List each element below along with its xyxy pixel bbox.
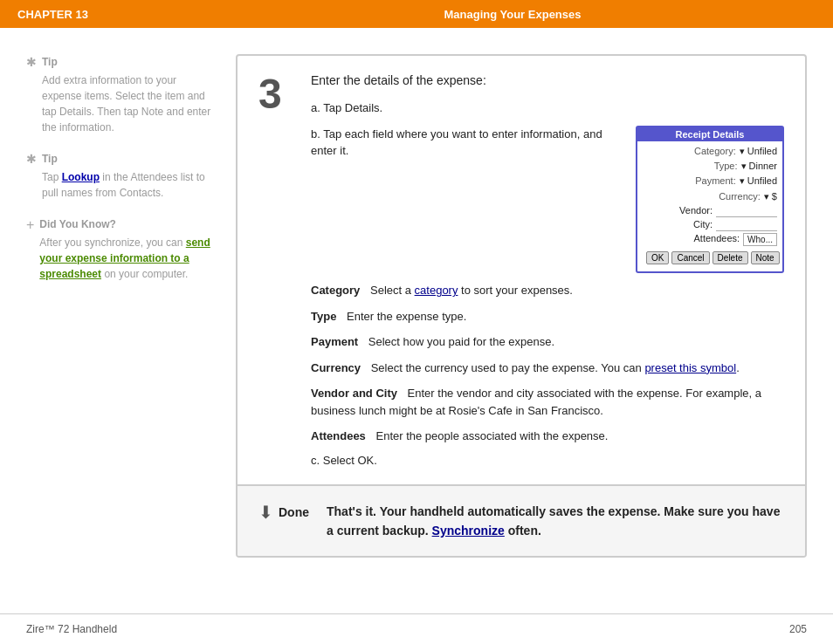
receipt-details-dialog: Receipt Details Category: ▾ Unfiled Type… bbox=[636, 126, 784, 274]
done-text-after: often. bbox=[505, 524, 541, 538]
tip2-label: Tip bbox=[42, 151, 218, 167]
currency-detail-pre: Select the currency used to pay the expe… bbox=[371, 361, 645, 374]
cancel-button[interactable]: Cancel bbox=[671, 251, 709, 264]
currency-field-name: Currency bbox=[311, 361, 361, 374]
payment-value: ▾ Unfiled bbox=[740, 175, 777, 188]
attendees-who[interactable]: Who... bbox=[743, 233, 777, 246]
city-label: City: bbox=[693, 219, 713, 231]
currency-detail-post: . bbox=[736, 361, 740, 374]
currency-value: ▾ $ bbox=[764, 190, 777, 203]
category-label: Category: bbox=[694, 145, 736, 158]
city-input[interactable] bbox=[716, 219, 777, 231]
sidebar-tip1: ✱ Tip Add extra information to your expe… bbox=[26, 54, 218, 135]
main-instruction-box: 3 Enter the details of the expense: a. T… bbox=[236, 54, 807, 558]
type-value: ▾ Dinner bbox=[741, 160, 777, 173]
footer: Zire™ 72 Handheld 205 bbox=[0, 613, 833, 644]
step-number: 3 bbox=[258, 73, 293, 115]
step-3-section: 3 Enter the details of the expense: a. T… bbox=[238, 56, 805, 486]
vendor-city-detail: Vendor and City Enter the vendor and cit… bbox=[311, 385, 784, 419]
done-text: That's it. Your handheld automatically s… bbox=[327, 502, 784, 541]
step-header: 3 Enter the details of the expense: a. T… bbox=[258, 73, 784, 467]
type-label: Type: bbox=[714, 160, 738, 173]
attendees-detail: Attendees Enter the people associated wi… bbox=[311, 428, 784, 445]
tip2-pre: Tap bbox=[42, 171, 62, 183]
step-sub-a: a. Tap Details. bbox=[311, 99, 784, 117]
receipt-vendor-row: Vendor: bbox=[643, 205, 777, 217]
category-value: ▾ Unfiled bbox=[740, 145, 777, 158]
did-you-know-label: Did You Know? bbox=[39, 216, 218, 232]
currency-detail: Currency Select the currency used to pay… bbox=[311, 360, 784, 377]
done-label: Done bbox=[279, 505, 309, 519]
header-bar: CHAPTER 13 Managing Your Expenses bbox=[0, 0, 833, 28]
category-link[interactable]: category bbox=[415, 284, 458, 297]
category-detail: Category Select a category to sort your … bbox=[311, 282, 784, 299]
step-content: Enter the details of the expense: a. Tap… bbox=[311, 73, 784, 467]
attendees-text: Enter the people associated with the exp… bbox=[375, 429, 608, 442]
dyk-post: on your computer. bbox=[101, 268, 188, 280]
done-section: ⬇ Done That's it. Your handheld automati… bbox=[238, 486, 805, 557]
sidebar-did-you-know: + Did You Know? After you synchronize, y… bbox=[26, 216, 218, 282]
tip1-label: Tip bbox=[42, 54, 218, 70]
footer-page: 205 bbox=[789, 623, 807, 635]
category-field-name: Category bbox=[311, 284, 360, 297]
payment-detail: Payment Select how you paid for the expe… bbox=[311, 333, 784, 351]
currency-label: Currency: bbox=[719, 190, 761, 203]
receipt-type-row: Type: ▾ Dinner bbox=[643, 160, 777, 173]
type-detail: Type Enter the expense type. bbox=[311, 308, 784, 325]
sidebar-tip2: ✱ Tip Tap Lookup in the Attendees list t… bbox=[26, 151, 218, 201]
plus-icon: + bbox=[26, 217, 34, 233]
receipt-title: Receipt Details bbox=[637, 127, 782, 141]
vendor-label: Vendor: bbox=[679, 205, 713, 217]
payment-label: Payment: bbox=[695, 175, 735, 188]
vendor-city-field-name: Vendor and City bbox=[311, 387, 397, 400]
type-field-name: Type bbox=[311, 310, 336, 323]
step-intro: Enter the details of the expense: bbox=[311, 73, 784, 87]
lookup-link[interactable]: Lookup bbox=[62, 171, 100, 183]
receipt-body: Category: ▾ Unfiled Type: ▾ Dinner Payme… bbox=[637, 141, 782, 272]
synchronize-link[interactable]: Synchronize bbox=[432, 524, 505, 538]
attendees-field-name: Attendees bbox=[311, 429, 366, 442]
step-sub-b-area: b. Tap each field where you want to ente… bbox=[311, 126, 784, 274]
vendor-input[interactable] bbox=[716, 205, 777, 217]
done-icon-label-area: ⬇ Done bbox=[258, 502, 309, 523]
preset-symbol-link[interactable]: preset this symbol bbox=[644, 361, 736, 374]
done-text-bold: That's it. Your handheld automatically s… bbox=[327, 504, 780, 538]
payment-field-name: Payment bbox=[311, 335, 358, 348]
receipt-payment-row: Payment: ▾ Unfiled bbox=[643, 175, 777, 188]
receipt-currency-row: Currency: ▾ $ bbox=[643, 190, 777, 203]
content-area: ✱ Tip Add extra information to your expe… bbox=[0, 28, 833, 575]
footer-brand: Zire™ 72 Handheld bbox=[26, 623, 117, 635]
delete-button[interactable]: Delete bbox=[713, 251, 748, 264]
asterisk-icon-1: ✱ bbox=[26, 55, 37, 69]
sidebar: ✱ Tip Add extra information to your expe… bbox=[26, 54, 218, 558]
chapter-label: CHAPTER 13 bbox=[17, 8, 210, 21]
payment-detail-text: Select how you paid for the expense. bbox=[368, 335, 554, 348]
step-sub-c: c. Select OK. bbox=[311, 454, 784, 467]
asterisk-icon-2: ✱ bbox=[26, 152, 37, 166]
receipt-city-row: City: bbox=[643, 219, 777, 231]
done-arrow-icon: ⬇ bbox=[258, 502, 273, 523]
attendees-label: Attendees: bbox=[694, 233, 740, 246]
receipt-buttons: OK Cancel Delete Note bbox=[643, 250, 777, 268]
category-detail-post: to sort your expenses. bbox=[458, 284, 573, 297]
category-detail-pre: Select a bbox=[370, 284, 415, 297]
type-detail-text: Enter the expense type. bbox=[347, 310, 466, 323]
step-sub-b: b. Tap each field where you want to ente… bbox=[311, 126, 618, 160]
dyk-pre: After you synchronize, you can bbox=[39, 236, 185, 249]
chapter-title: Managing Your Expenses bbox=[210, 8, 816, 21]
tip1-text: Add extra information to your expense it… bbox=[42, 74, 210, 134]
note-button[interactable]: Note bbox=[751, 251, 780, 264]
receipt-category-row: Category: ▾ Unfiled bbox=[643, 145, 777, 158]
receipt-attendees-row: Attendees: Who... bbox=[643, 233, 777, 246]
ok-button[interactable]: OK bbox=[646, 251, 669, 264]
step-sub-b-text: b. Tap each field where you want to ente… bbox=[311, 126, 618, 274]
